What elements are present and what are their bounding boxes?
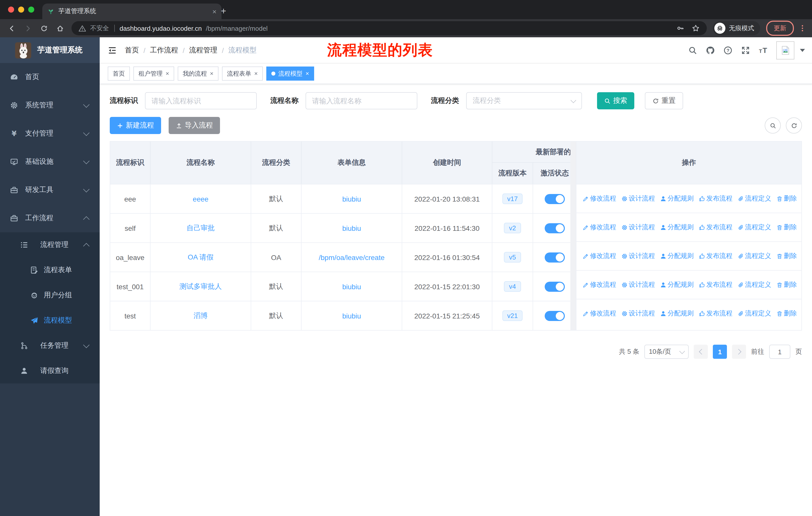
window-zoom-button[interactable] — [28, 6, 34, 12]
bookmark-star-icon[interactable] — [692, 24, 700, 32]
reload-icon[interactable] — [37, 22, 50, 35]
sidebar-item-home[interactable]: 首页 — [0, 63, 100, 91]
sidebar-item-task-manage[interactable]: 任务管理 — [0, 333, 100, 358]
tag-home[interactable]: 首页 — [108, 66, 130, 81]
font-size-icon[interactable]: TT — [759, 46, 768, 55]
import-process-button[interactable]: 导入流程 — [169, 117, 220, 134]
row-action-publish[interactable]: 发布流程 — [699, 223, 732, 232]
row-action-definition[interactable]: 流程定义 — [737, 251, 771, 261]
row-action-publish[interactable]: 发布流程 — [699, 194, 732, 203]
active-toggle[interactable] — [545, 311, 565, 321]
row-action-edit[interactable]: 修改流程 — [582, 194, 616, 203]
sidebar-item-process-manage[interactable]: 流程管理 — [0, 232, 100, 257]
close-icon[interactable]: × — [210, 70, 213, 77]
tag-process-model[interactable]: 流程模型× — [266, 66, 314, 81]
row-action-edit[interactable]: 修改流程 — [582, 251, 616, 261]
active-toggle[interactable] — [545, 252, 565, 262]
sidebar-collapse-icon[interactable] — [100, 46, 125, 55]
goto-page-input[interactable] — [769, 345, 790, 359]
row-action-assign[interactable]: 分配规则 — [660, 223, 694, 232]
row-action-delete[interactable]: 删除 — [776, 251, 797, 261]
window-minimize-button[interactable] — [18, 6, 24, 12]
sidebar-item-process-form[interactable]: 流程表单 — [0, 257, 100, 283]
new-tab-button[interactable]: + — [218, 5, 230, 17]
form-link[interactable]: biubiu — [342, 282, 361, 291]
help-icon[interactable]: ? — [723, 46, 732, 55]
forward-icon[interactable] — [21, 22, 34, 35]
github-icon[interactable] — [706, 46, 715, 55]
process-name-link[interactable]: 自己审批 — [186, 223, 215, 233]
refresh-button[interactable] — [786, 117, 802, 134]
close-icon[interactable]: × — [254, 70, 258, 77]
update-button[interactable]: 更新 — [766, 21, 794, 36]
process-name-link[interactable]: eeee — [193, 195, 208, 203]
back-icon[interactable] — [5, 22, 18, 35]
sidebar-item-process-model[interactable]: 流程模型 — [0, 308, 100, 333]
reset-button[interactable]: 重置 — [645, 92, 683, 109]
browser-menu-icon[interactable] — [798, 24, 807, 32]
form-link[interactable]: biubiu — [342, 195, 361, 203]
row-action-design[interactable]: 设计流程 — [621, 280, 655, 289]
row-action-definition[interactable]: 流程定义 — [737, 194, 771, 203]
row-action-design[interactable]: 设计流程 — [621, 194, 655, 203]
row-action-definition[interactable]: 流程定义 — [737, 280, 771, 289]
row-action-assign[interactable]: 分配规则 — [660, 280, 694, 289]
row-action-delete[interactable]: 删除 — [776, 309, 797, 318]
row-action-definition[interactable]: 流程定义 — [737, 223, 771, 232]
row-action-edit[interactable]: 修改流程 — [582, 223, 616, 232]
breadcrumb-item[interactable]: 工作流程 — [150, 46, 178, 55]
active-toggle[interactable] — [545, 281, 565, 292]
close-icon[interactable]: × — [166, 70, 169, 77]
active-toggle[interactable] — [545, 223, 565, 233]
row-action-assign[interactable]: 分配规则 — [660, 251, 694, 261]
app-logo[interactable]: 芋道管理系统 — [0, 37, 100, 63]
filter-key-input[interactable] — [145, 92, 257, 109]
row-action-design[interactable]: 设计流程 — [621, 309, 655, 318]
form-link[interactable]: biubiu — [342, 312, 361, 320]
next-page-button[interactable] — [732, 345, 746, 359]
row-action-design[interactable]: 设计流程 — [621, 251, 655, 261]
avatar[interactable] — [776, 41, 794, 59]
row-action-assign[interactable]: 分配规则 — [660, 309, 694, 318]
filter-name-input[interactable] — [306, 92, 417, 109]
tag-process-form[interactable]: 流程表单× — [222, 66, 263, 81]
search-icon[interactable] — [688, 46, 697, 55]
sidebar-item-workflow[interactable]: 工作流程 — [0, 204, 100, 232]
window-close-button[interactable] — [8, 6, 14, 12]
browser-tab[interactable]: 芋道管理系统 × — [42, 3, 222, 19]
active-toggle[interactable] — [545, 194, 565, 204]
sidebar-item-system[interactable]: 系统管理 — [0, 91, 100, 119]
sidebar-item-infrastructure[interactable]: 基础设施 — [0, 147, 100, 176]
form-link[interactable]: biubiu — [342, 224, 361, 232]
address-bar[interactable]: 不安全 dashboard.yudao.iocoder.cn/bpm/manag… — [71, 21, 707, 35]
not-secure-icon[interactable] — [79, 24, 86, 32]
search-button[interactable]: 搜索 — [597, 92, 634, 109]
row-action-edit[interactable]: 修改流程 — [582, 280, 616, 289]
page-size-select[interactable]: 10条/页 — [644, 345, 689, 359]
chevron-down-icon[interactable] — [800, 49, 805, 52]
key-icon[interactable] — [676, 24, 685, 32]
row-action-publish[interactable]: 发布流程 — [699, 309, 732, 318]
close-icon[interactable]: × — [306, 70, 309, 77]
row-action-publish[interactable]: 发布流程 — [699, 280, 732, 289]
sidebar-item-user-group[interactable]: 用户分组 — [0, 283, 100, 308]
row-action-assign[interactable]: 分配规则 — [660, 194, 694, 203]
sidebar-item-leave-query[interactable]: 请假查询 — [0, 358, 100, 383]
process-name-link[interactable]: 测试多审批人 — [179, 282, 222, 291]
sidebar-item-payment[interactable]: ¥支付管理 — [0, 119, 100, 147]
form-link[interactable]: /bpm/oa/leave/create — [319, 253, 385, 261]
tag-tenant-manage[interactable]: 租户管理× — [134, 66, 174, 81]
row-action-design[interactable]: 设计流程 — [621, 223, 655, 232]
row-action-edit[interactable]: 修改流程 — [582, 309, 616, 318]
create-process-button[interactable]: 新建流程 — [110, 117, 161, 134]
breadcrumb-item[interactable]: 流程管理 — [189, 46, 218, 55]
breadcrumb-item[interactable]: 首页 — [125, 46, 139, 55]
row-action-publish[interactable]: 发布流程 — [699, 251, 732, 261]
process-name-link[interactable]: 滔博 — [194, 311, 208, 320]
row-action-definition[interactable]: 流程定义 — [737, 309, 771, 318]
filter-category-select[interactable]: 流程分类 — [466, 92, 582, 109]
process-name-link[interactable]: OA 请假 — [188, 253, 214, 262]
page-number-1[interactable]: 1 — [713, 345, 727, 359]
prev-page-button[interactable] — [694, 345, 708, 359]
home-icon[interactable] — [53, 22, 66, 35]
